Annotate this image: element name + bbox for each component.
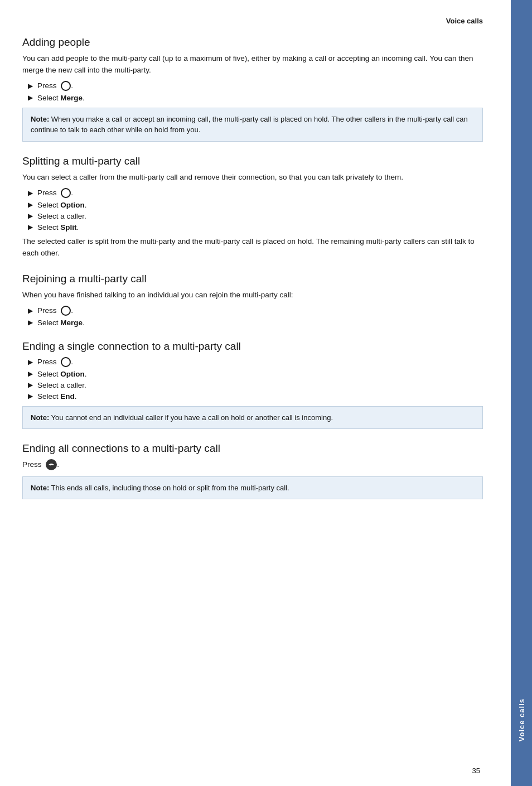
section-title-splitting: Splitting a multi-party call: [22, 155, 483, 167]
note-box-ending-single: Note: You cannot end an individual calle…: [22, 406, 483, 430]
side-tab: Voice calls: [511, 0, 532, 786]
ending-all-step: Press .: [22, 459, 483, 471]
adding-people-body: You can add people to the multi-party ca…: [22, 53, 483, 76]
list-item: ▶ Select Merge.: [28, 319, 483, 327]
list-item: ▶ Select Option.: [28, 370, 483, 378]
list-item: ▶ Select a caller.: [28, 212, 483, 220]
circle-button-icon: [61, 357, 71, 367]
arrow-icon: ▶: [28, 82, 33, 90]
rejoining-steps: ▶ Press . ▶ Select Merge.: [28, 306, 483, 327]
circle-button-icon: [61, 81, 71, 91]
section-adding-people: Adding people You can add people to the …: [22, 36, 483, 142]
adding-people-steps: ▶ Press . ▶ Select Merge.: [28, 81, 483, 102]
section-ending-all: Ending all connections to a multi-party …: [22, 442, 483, 499]
circle-button-icon: [61, 188, 71, 198]
arrow-icon: ▶: [28, 381, 33, 389]
splitting-body: You can select a caller from the multi-p…: [22, 172, 483, 184]
list-item: ▶ Select Split.: [28, 223, 483, 232]
note-box-adding-people: Note: When you make a call or accept an …: [22, 108, 483, 142]
page-number: 35: [472, 766, 480, 775]
list-item: ▶ Press .: [28, 306, 483, 316]
section-title-rejoining: Rejoining a multi-party call: [22, 273, 483, 285]
section-title-adding-people: Adding people: [22, 36, 483, 49]
rejoining-body: When you have finished talking to an ind…: [22, 290, 483, 301]
arrow-icon: ▶: [28, 189, 33, 197]
list-item: ▶ Press .: [28, 188, 483, 198]
page-header: Voice calls: [22, 17, 483, 25]
list-item: ▶ Press .: [28, 357, 483, 367]
section-title-ending-all: Ending all connections to a multi-party …: [22, 442, 483, 455]
ending-single-steps: ▶ Press . ▶ Select Option. ▶ Select a ca…: [28, 357, 483, 401]
section-rejoining: Rejoining a multi-party call When you ha…: [22, 273, 483, 327]
section-ending-single: Ending a single connection to a multi-pa…: [22, 340, 483, 430]
end-call-icon: [46, 459, 57, 470]
note-box-ending-all: Note: This ends all calls, including tho…: [22, 476, 483, 500]
list-item: ▶ Select Option.: [28, 201, 483, 209]
arrow-icon: ▶: [28, 307, 33, 315]
section-splitting: Splitting a multi-party call You can sel…: [22, 155, 483, 259]
arrow-icon: ▶: [28, 358, 33, 366]
arrow-icon: ▶: [28, 223, 33, 231]
section-title-ending-single: Ending a single connection to a multi-pa…: [22, 340, 483, 353]
splitting-footer: The selected caller is split from the mu…: [22, 236, 483, 259]
arrow-icon: ▶: [28, 319, 33, 326]
arrow-icon: ▶: [28, 392, 33, 400]
circle-button-icon: [61, 306, 71, 316]
list-item: ▶ Select Merge.: [28, 94, 483, 102]
list-item: ▶ Press .: [28, 81, 483, 91]
side-tab-label: Voice calls: [518, 698, 526, 741]
list-item: ▶ Select a caller.: [28, 381, 483, 389]
arrow-icon: ▶: [28, 201, 33, 209]
list-item: ▶ Select End.: [28, 392, 483, 401]
splitting-steps: ▶ Press . ▶ Select Option. ▶ Select a ca…: [28, 188, 483, 232]
arrow-icon: ▶: [28, 370, 33, 378]
arrow-icon: ▶: [28, 212, 33, 220]
arrow-icon: ▶: [28, 94, 33, 102]
header-title: Voice calls: [446, 17, 483, 25]
